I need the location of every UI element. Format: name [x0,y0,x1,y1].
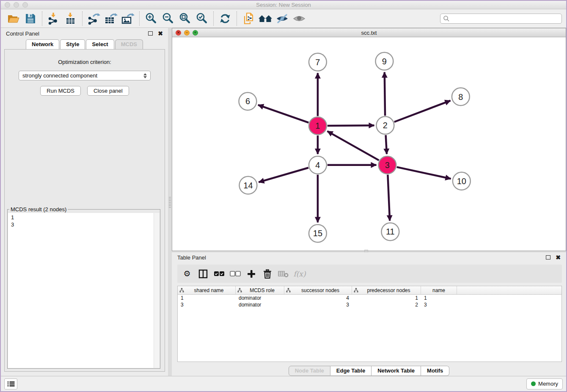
graph-edges [258,72,451,223]
task-history-button[interactable] [4,378,17,389]
network-canvas[interactable]: 7968124314101511 [172,37,566,251]
zoom-out-icon[interactable] [160,11,176,27]
graph-edge-4-14[interactable] [259,168,308,182]
first-neighbors-icon[interactable] [257,11,274,27]
graph-node-label-7: 7 [315,58,320,67]
graph-edge-3-1[interactable] [327,131,379,160]
mcds-result-list[interactable]: 1 3 [8,213,154,368]
column-header-name[interactable]: name [421,286,457,294]
column-header-predecessor-nodes[interactable]: predecessor nodes [352,286,421,294]
graph-node-label-9: 9 [382,57,387,66]
optimization-criterion-dropdown[interactable]: strongly connected component [19,71,151,80]
search-field [440,14,562,24]
tab-motifs[interactable]: Motifs [421,366,449,376]
zoom-selected-icon[interactable] [193,11,210,27]
select-all-icon[interactable] [213,267,226,281]
main-toolbar [1,9,566,28]
graph-edge-1-2[interactable] [328,125,374,126]
memory-status-icon [531,381,536,386]
control-panel-title: Control Panel [6,30,39,37]
delete-column-icon[interactable] [261,267,274,281]
search-input[interactable] [450,14,561,23]
table-row[interactable]: 3dominator323 [178,301,561,308]
close-panel-button[interactable]: Close panel [87,86,129,96]
close-table-panel-icon[interactable]: ✖ [556,255,561,259]
column-type-icon [179,288,184,293]
column-layout-icon[interactable] [197,267,209,281]
delete-table-icon[interactable] [277,267,290,281]
mcds-result-title: MCDS result (2 nodes) [9,206,68,213]
network-view-window: ✕ − + scc.txt 79681243141015 [172,28,566,251]
column-header-shared-name[interactable]: shared name [178,286,236,294]
tab-select[interactable]: Select [86,39,114,49]
export-table-icon[interactable] [102,11,119,27]
application-window: Session: New Session [0,0,567,392]
save-session-icon[interactable] [22,11,39,27]
column-type-icon [354,288,358,293]
task-list-icon [7,381,15,387]
table-settings-icon[interactable]: ⚙ [181,267,193,281]
export-network-icon[interactable] [85,11,102,27]
graph-node-label-8: 8 [458,92,463,102]
graph-node-label-1: 1 [315,121,320,130]
table-cell[interactable]: 3 [178,302,236,308]
tab-node-table[interactable]: Node Table [289,366,330,376]
add-column-icon[interactable] [245,267,258,281]
graph-node-label-2: 2 [383,121,388,130]
table-body: 1dominator4113dominator323 [178,295,561,308]
vertical-splitter[interactable] [168,28,172,376]
deselect-all-icon[interactable] [229,267,242,281]
zoom-in-icon[interactable] [143,11,160,27]
table-cell[interactable]: dominator [236,295,284,301]
import-table-icon[interactable] [62,11,79,27]
graph-edge-2-3[interactable] [386,135,387,154]
table-cell[interactable]: 3 [284,302,352,308]
float-table-panel-icon[interactable] [546,255,550,259]
graph-edge-1-6[interactable] [258,105,308,123]
column-type-icon [237,288,242,293]
tab-edge-table[interactable]: Edge Table [330,366,372,376]
export-image-icon[interactable] [119,11,136,27]
graph-node-label-10: 10 [457,177,466,186]
refresh-icon[interactable] [217,11,234,27]
table-cell[interactable]: 3 [421,302,457,308]
splitter-grip[interactable] [169,197,171,208]
graph-edge-3-11[interactable] [388,175,390,221]
close-view-button[interactable]: ✕ [176,30,181,36]
control-panel-tabs: NetworkStyleSelectMCDS [1,39,168,49]
table-cell[interactable]: 1 [352,295,421,301]
table-cell[interactable]: 1 [178,295,236,301]
graph-edge-3-10[interactable] [397,167,451,179]
import-network-icon[interactable] [45,11,62,27]
show-all-icon[interactable] [291,11,308,27]
table-panel-title: Table Panel [177,254,206,261]
minimize-view-button[interactable]: − [184,30,190,36]
graph-edge-2-9[interactable] [385,72,385,116]
table-cell[interactable]: 1 [421,295,457,301]
column-header-MCDS-role[interactable]: MCDS role [236,286,284,294]
float-panel-icon[interactable] [148,31,153,36]
graph-edge-2-8[interactable] [394,101,451,122]
function-builder-icon[interactable]: f(x) [293,267,306,281]
close-panel-icon[interactable]: ✖ [158,31,163,36]
control-panel-header: Control Panel ✖ [1,28,168,39]
tab-network-table[interactable]: Network Table [372,366,421,376]
table-cell[interactable]: dominator [236,302,284,308]
tab-mcds[interactable]: MCDS [115,39,143,49]
table-row[interactable]: 1dominator411 [178,295,561,301]
dropdown-value: strongly connected component [22,72,143,79]
tab-network[interactable]: Network [26,39,59,49]
memory-button[interactable]: Memory [526,378,563,389]
search-icon [443,15,450,22]
copy-network-icon[interactable] [240,11,257,27]
open-session-icon[interactable] [5,11,22,27]
run-mcds-button[interactable]: Run MCDS [40,86,81,96]
column-header-successor-nodes[interactable]: successor nodes [284,286,352,294]
table-cell[interactable]: 2 [352,302,421,308]
zoom-fit-icon[interactable] [176,11,193,27]
tab-style[interactable]: Style [60,39,85,49]
hide-selected-icon[interactable] [274,11,291,27]
maximize-view-button[interactable]: + [193,30,198,36]
result-scrollbar[interactable] [154,213,160,368]
table-cell[interactable]: 4 [284,295,352,301]
